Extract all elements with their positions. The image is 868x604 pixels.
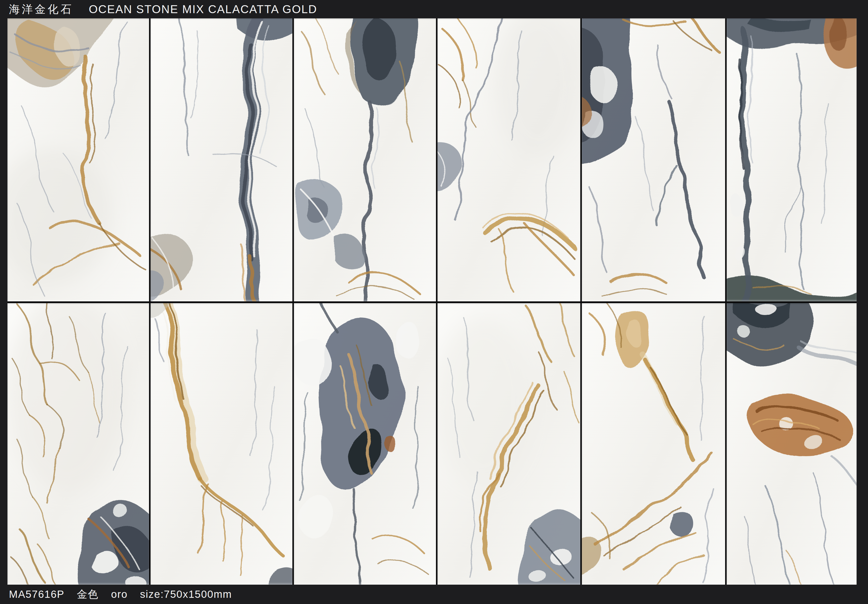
- marble-tile-r2-c6: [727, 303, 857, 585]
- color-label-zh: 金色: [77, 587, 99, 601]
- marble-tile-r2-c3: [294, 303, 436, 585]
- catalog-page: 海洋金化石 OCEAN STONE MIX CALACATTA GOLD: [0, 0, 868, 604]
- marble-texture: [582, 303, 725, 585]
- size-label: size:750x1500mm: [140, 588, 232, 600]
- marble-tile-r2-c1: [8, 303, 149, 585]
- marble-tile-r2-c5: [582, 303, 725, 585]
- color-label-oro: oro: [111, 588, 128, 600]
- header: 海洋金化石 OCEAN STONE MIX CALACATTA GOLD: [9, 0, 317, 19]
- marble-texture: [582, 19, 725, 301]
- marble-texture: [294, 303, 436, 585]
- marble-texture: [294, 19, 436, 301]
- marble-tile-r1-c5: [582, 19, 725, 301]
- marble-tile-r2-c4: [437, 303, 580, 585]
- marble-texture: [8, 303, 149, 585]
- marble-tile-r1-c2: [150, 19, 292, 301]
- marble-texture: [437, 19, 580, 301]
- marble-texture: [727, 19, 857, 301]
- marble-tile-r1-c4: [437, 19, 580, 301]
- page-title-zh: 海洋金化石: [9, 2, 73, 17]
- marble-tile-r1-c6: [727, 19, 857, 301]
- marble-texture: [8, 19, 149, 301]
- tile-grid: [8, 19, 857, 585]
- product-code: MA57616P: [9, 588, 65, 600]
- marble-tile-r1-c3: [294, 19, 436, 301]
- marble-texture: [727, 303, 857, 585]
- marble-tile-r2-c2: [150, 303, 292, 585]
- marble-texture: [437, 303, 580, 585]
- marble-texture: [150, 303, 292, 585]
- page-title-en: OCEAN STONE MIX CALACATTA GOLD: [89, 3, 317, 16]
- marble-tile-r1-c1: [8, 19, 149, 301]
- footer: MA57616P 金色 oro size:750x1500mm: [9, 585, 232, 604]
- marble-texture: [150, 19, 292, 301]
